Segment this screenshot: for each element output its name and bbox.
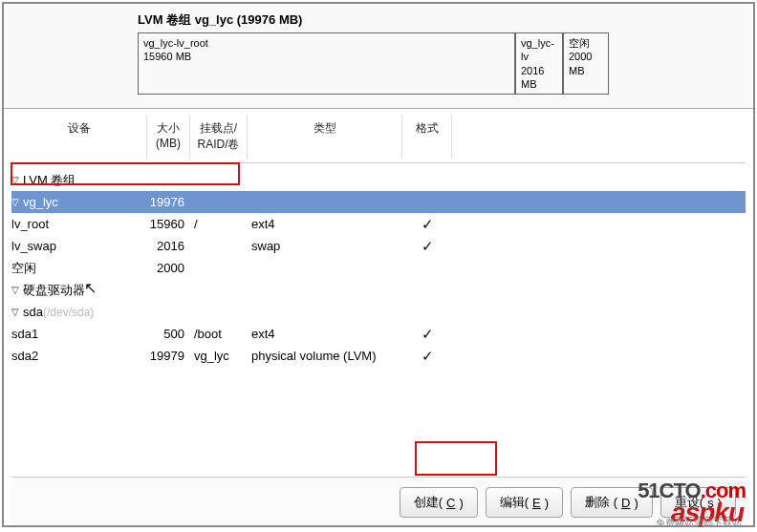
sda2-format: ✓ xyxy=(402,348,452,365)
sda1-mount: /boot xyxy=(190,327,248,341)
sda1-type: ext4 xyxy=(248,327,402,341)
expand-icon[interactable]: ▽ xyxy=(11,307,23,317)
lv-free-size: 2000 xyxy=(147,261,190,275)
watermark-sub: 免费网站源码下载站 xyxy=(656,517,742,530)
column-headers: 设备 大小(MB) 挂载点/RAID/卷 类型 格式 xyxy=(11,115,746,163)
sda1-size: 500 xyxy=(147,327,190,341)
sda2-size: 19979 xyxy=(147,349,190,363)
sda2-row[interactable]: sda2 19979 vg_lyc physical volume (LVM) … xyxy=(11,345,746,367)
box-free-name: 空闲 xyxy=(569,36,603,50)
edit-button[interactable]: 编辑(E) xyxy=(486,487,563,518)
group-lvm-label: LVM 卷组 xyxy=(23,172,76,189)
lv-root-row[interactable]: lv_root 15960 / ext4 ✓ xyxy=(11,213,746,235)
lv-swap-row[interactable]: lv_swap 2016 swap ✓ xyxy=(11,235,746,257)
summary-title: LVM 卷组 vg_lyc (19976 MB) xyxy=(138,11,746,29)
sda1-name: sda1 xyxy=(11,327,38,341)
lv-free-name: 空闲 xyxy=(11,260,36,277)
lv-root-mount: / xyxy=(190,217,248,231)
sda1-row[interactable]: sda1 500 /boot ext4 ✓ xyxy=(11,323,746,345)
device-tree[interactable]: ▽LVM 卷组 ▽vg_lyc 19976 lv_root 15960 / ex… xyxy=(11,163,746,477)
lv-root-name: lv_root xyxy=(11,217,49,231)
summary-box-root: vg_lyc-lv_root 15960 MB xyxy=(138,32,515,95)
lv-free-row[interactable]: 空闲 2000 xyxy=(11,257,746,279)
lv-root-type: ext4 xyxy=(248,217,402,231)
col-device[interactable]: 设备 xyxy=(11,115,147,159)
box-root-name: vg_lyc-lv_root xyxy=(143,36,509,50)
lvm-summary-panel: LVM 卷组 vg_lyc (19976 MB) vg_lyc-lv_root … xyxy=(4,4,753,109)
sda-name: sda xyxy=(23,305,43,319)
sda-hint: (/dev/sda) xyxy=(43,306,94,319)
col-format[interactable]: 格式 xyxy=(402,115,452,159)
create-button[interactable]: 创建(C) xyxy=(400,487,478,518)
group-hdd-row[interactable]: ▽硬盘驱动器 xyxy=(11,279,746,301)
lv-swap-name: lv_swap xyxy=(11,239,56,253)
box-free-size: 2000 MB xyxy=(569,50,603,77)
sda2-name: sda2 xyxy=(11,349,38,363)
expand-icon[interactable]: ▽ xyxy=(11,197,23,207)
vg-lyc-row[interactable]: ▽vg_lyc 19976 xyxy=(11,191,746,213)
summary-boxes: vg_lyc-lv_root 15960 MB vg_lyc-lv 2016 M… xyxy=(138,32,746,95)
lv-root-format: ✓ xyxy=(402,216,452,233)
vg-size: 19976 xyxy=(147,195,190,209)
lv-swap-size: 2016 xyxy=(147,239,190,253)
col-mount[interactable]: 挂载点/RAID/卷 xyxy=(190,115,248,159)
lv-root-size: 15960 xyxy=(147,217,190,231)
col-size[interactable]: 大小(MB) xyxy=(147,115,190,159)
button-bar: 创建(C) 编辑(E) 删除 (D) 重设(s) xyxy=(11,477,746,525)
sda-row[interactable]: ▽sda (/dev/sda) xyxy=(11,301,746,323)
box-swap-name: vg_lyc-lv xyxy=(521,36,557,64)
summary-box-free: 空闲 2000 MB xyxy=(563,32,609,95)
lv-swap-format: ✓ xyxy=(402,238,452,255)
sda2-type: physical volume (LVM) xyxy=(248,349,402,363)
lv-swap-type: swap xyxy=(248,239,402,253)
vg-name: vg_lyc xyxy=(23,195,58,209)
col-type[interactable]: 类型 xyxy=(248,115,402,159)
box-swap-size: 2016 MB xyxy=(521,64,557,92)
group-lvm-row[interactable]: ▽LVM 卷组 xyxy=(11,169,746,191)
expand-icon[interactable]: ▽ xyxy=(11,175,23,185)
summary-box-swap: vg_lyc-lv 2016 MB xyxy=(515,32,563,95)
box-root-size: 15960 MB xyxy=(143,50,509,63)
group-hdd-label: 硬盘驱动器 xyxy=(23,282,85,299)
expand-icon[interactable]: ▽ xyxy=(11,285,23,295)
sda2-mount: vg_lyc xyxy=(190,349,248,363)
sda1-format: ✓ xyxy=(402,326,452,343)
